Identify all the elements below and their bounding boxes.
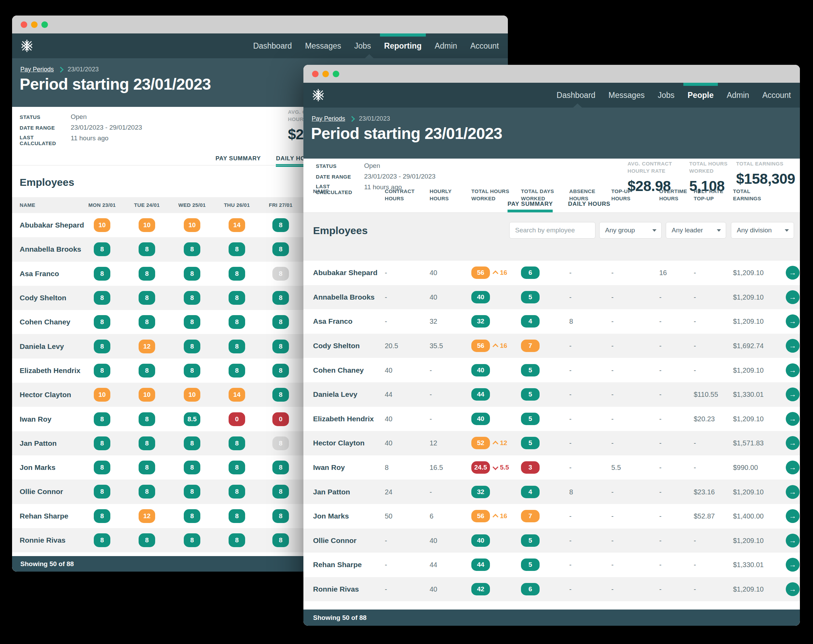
row-detail-arrow-button[interactable]: → (786, 509, 799, 523)
chevron-down-icon (717, 229, 721, 232)
total-earnings: $1,209.10 (733, 317, 764, 325)
column-header: TOTAL EARNINGS (733, 187, 761, 202)
row-detail-arrow-button[interactable]: → (786, 558, 799, 572)
absence-hours: 8 (569, 317, 573, 325)
nav-item-account[interactable]: Account (470, 41, 499, 51)
row-detail-arrow-button[interactable]: → (786, 339, 799, 353)
leader-filter-select[interactable]: Any leader (666, 222, 726, 239)
contract-hours: 40 (385, 439, 393, 447)
hours-delta: 16 (493, 342, 507, 350)
window-titlebar[interactable] (12, 15, 508, 34)
row-detail-arrow-button[interactable]: → (786, 363, 799, 377)
tab-pay-summary[interactable]: PAY SUMMARY (508, 201, 553, 212)
hours-badge: 8 (139, 485, 155, 498)
hours-badge: 8 (272, 533, 289, 547)
app-logo-icon[interactable] (20, 38, 34, 53)
table-row[interactable]: Cohen Chaney40-405----$1,209.10→ (304, 358, 800, 382)
table-row[interactable]: Cody Shelton20.535.556167----$1,692.74→ (304, 334, 800, 358)
status-list: STATUSOpenDATE RANGE23/01/2023 - 29/01/2… (316, 162, 436, 195)
search-input[interactable] (509, 222, 606, 238)
hours-badge: 8 (139, 533, 155, 547)
close-button[interactable] (21, 21, 27, 28)
nav-item-people[interactable]: People (687, 90, 713, 100)
division-filter-select[interactable]: Any division (731, 222, 794, 239)
minimize-button[interactable] (31, 21, 38, 28)
nav-item-messages[interactable]: Messages (305, 41, 341, 51)
employee-name: Jon Marks (20, 463, 55, 472)
overtime-hours: - (659, 391, 662, 399)
total-earnings: $1,209.10 (733, 537, 764, 544)
hours-badge: 8 (184, 364, 200, 377)
hours-badge: 8 (272, 340, 289, 353)
absence-hours: - (569, 269, 572, 277)
minimize-button[interactable] (322, 71, 329, 77)
total-hours-badge: 24.5 (471, 461, 490, 474)
table-row[interactable]: Elizabeth Hendrix40-405---$20.23$1,209.1… (304, 407, 800, 431)
table-row[interactable]: Iwan Roy816.524.55.53-5.5--$990.00→ (304, 455, 800, 480)
row-detail-arrow-button[interactable]: → (786, 436, 799, 450)
overtime-hours: 16 (659, 269, 667, 277)
row-detail-arrow-button[interactable]: → (786, 290, 799, 304)
row-detail-arrow-button[interactable]: → (786, 314, 799, 328)
table-row[interactable]: Ronnie Rivas-40426----$1,209.10→ (304, 577, 800, 602)
contract-hours: 40 (385, 415, 393, 423)
table-row[interactable]: Jon Marks50656167---$52.87$1,400.00→ (304, 504, 800, 529)
table-row[interactable]: Abubakar Shepard-4056166--16-$1,209.10→ (304, 261, 800, 285)
app-logo-icon[interactable] (311, 88, 325, 103)
window-titlebar[interactable] (304, 65, 800, 83)
column-header: THU 26/01 (224, 201, 250, 209)
nav-item-jobs[interactable]: Jobs (354, 41, 371, 51)
total-hours-badge: 40 (471, 412, 490, 425)
row-detail-arrow-button[interactable]: → (786, 582, 799, 596)
breadcrumb-link[interactable]: Pay Periods (20, 66, 54, 73)
hours-badge: 8 (139, 461, 155, 474)
tab-daily-hours[interactable]: DAILY HOURS (568, 201, 610, 212)
total-hours-badge: 42 (471, 583, 490, 595)
zoom-button[interactable] (41, 21, 48, 28)
table-row[interactable]: Asa Franco-323248---$1,209.10→ (304, 309, 800, 334)
topup-hours: - (611, 342, 614, 350)
stat-label: TOTAL EARNINGS (736, 160, 795, 167)
topup-hours: - (611, 512, 614, 520)
stat-label: TOTAL HOURS WORKED (689, 160, 727, 175)
total-earnings: $1,209.10 (733, 586, 764, 593)
row-detail-arrow-button[interactable]: → (786, 534, 799, 547)
nav-item-reporting[interactable]: Reporting (384, 41, 422, 51)
table-row[interactable]: Hector Clayton401252125----$1,571.83→ (304, 431, 800, 455)
zoom-button[interactable] (333, 71, 339, 77)
employee-name: Abubakar Shepard (313, 268, 377, 277)
nav-item-admin[interactable]: Admin (435, 41, 457, 51)
total-earnings: $1,209.10 (733, 415, 764, 423)
row-detail-arrow-button[interactable]: → (786, 388, 799, 401)
nav-item-dashboard[interactable]: Dashboard (253, 41, 292, 51)
hours-badge: 8 (272, 509, 289, 523)
hours-badge: 8 (229, 461, 245, 474)
close-button[interactable] (312, 71, 319, 77)
table-row[interactable]: Daniela Levy44-445---$110.55$1,330.01→ (304, 382, 800, 407)
table-row[interactable]: Jan Patton24-3248--$23.16$1,209.10→ (304, 480, 800, 504)
status-value: 23/01/2023 - 29/01/2023 (364, 173, 436, 180)
front-nav: DashboardMessagesJobsPeopleAdminAccount (557, 83, 791, 107)
row-detail-arrow-button[interactable]: → (786, 266, 799, 280)
total-days-badge: 5 (521, 364, 540, 376)
table-row[interactable]: Annabella Brooks-40405----$1,209.10→ (304, 285, 800, 310)
nav-item-messages[interactable]: Messages (609, 90, 645, 100)
row-detail-arrow-button[interactable]: → (786, 485, 799, 499)
nav-item-jobs[interactable]: Jobs (658, 90, 675, 100)
hrly-rate-topup: $20.23 (694, 415, 715, 423)
nav-item-admin[interactable]: Admin (727, 90, 749, 100)
employee-name: Annabella Brooks (313, 293, 375, 301)
overtime-hours: - (659, 439, 662, 447)
nav-item-dashboard[interactable]: Dashboard (557, 90, 595, 100)
total-hours-badge: 40 (471, 364, 490, 376)
breadcrumb-link[interactable]: Pay Periods (312, 115, 345, 123)
table-row[interactable]: Rehan Sharpe-44445----$1,330.01→ (304, 553, 800, 577)
row-detail-arrow-button[interactable]: → (786, 412, 799, 426)
nav-item-account[interactable]: Account (762, 90, 791, 100)
group-filter-select[interactable]: Any group (599, 222, 662, 239)
total-days-badge: 5 (521, 388, 540, 400)
row-detail-arrow-button[interactable]: → (786, 461, 799, 474)
column-header: TOP-UP HOURS (611, 187, 631, 202)
table-row[interactable]: Ollie Connor-40405----$1,209.10→ (304, 529, 800, 553)
hours-badge: 8 (94, 267, 110, 281)
